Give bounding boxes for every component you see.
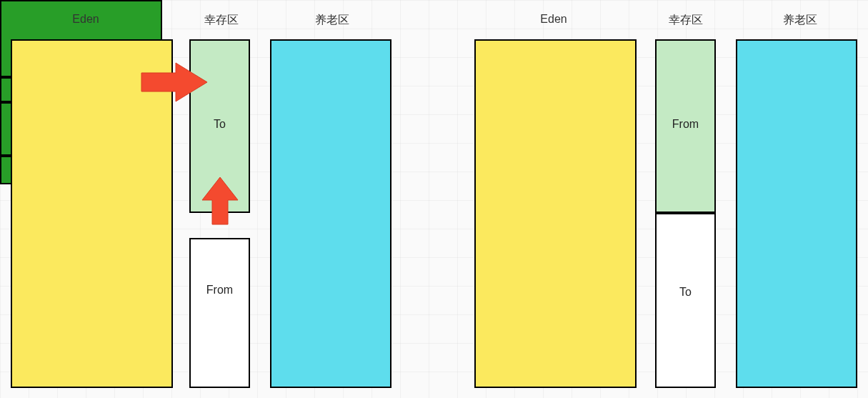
right-to-label: To <box>657 286 714 299</box>
right-eden-label: Eden <box>518 13 589 26</box>
left-survivor-from-box: From <box>189 238 250 388</box>
left-survivor-label: 幸存区 <box>193 13 250 28</box>
arrow-from-to-up-icon <box>202 177 238 227</box>
left-eden-label: Eden <box>50 13 121 26</box>
left-old-box <box>270 39 391 388</box>
svg-marker-1 <box>202 177 238 224</box>
right-from-label: From <box>657 118 714 131</box>
left-to-label: To <box>191 118 249 131</box>
right-survivor-from-box: From <box>655 39 716 213</box>
right-survivor-label: 幸存区 <box>657 13 714 28</box>
svg-marker-0 <box>141 63 207 101</box>
right-old-label: 养老区 <box>772 13 829 28</box>
left-old-label: 养老区 <box>304 13 361 28</box>
arrow-eden-to-survivor-icon <box>141 63 213 101</box>
left-from-label: From <box>191 284 249 297</box>
right-old-box <box>736 39 857 388</box>
right-survivor-to-box: To <box>655 213 716 388</box>
right-eden-box <box>474 39 637 388</box>
